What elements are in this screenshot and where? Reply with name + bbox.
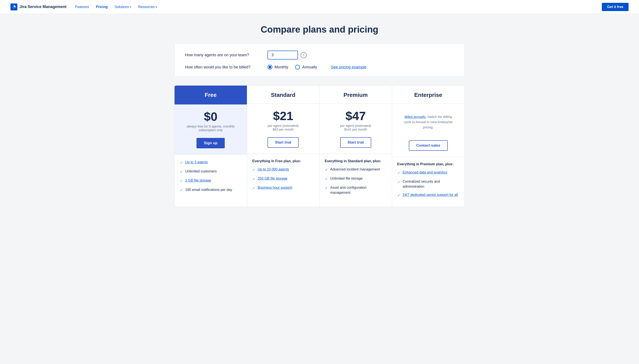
standard-feature-3: ✓ Business hour support [252, 185, 314, 191]
enterprise-note: Billed annually. Switch the Billing cycl… [397, 110, 459, 134]
billing-row: How often would you like to be billed? M… [185, 65, 454, 70]
check-icon: ✓ [180, 178, 183, 184]
premium-plan-trial-button[interactable]: Start trial [340, 137, 371, 148]
free-plan-price: $0 [180, 110, 242, 123]
free-feature-4-text: 100 email notifications per day [185, 188, 232, 192]
premium-plan-body: $47 per agent (estimated) $141 per month… [320, 104, 392, 154]
premium-plan-price: $47 [325, 110, 387, 122]
enterprise-feature-1-link[interactable]: Enhanced data and analytics [403, 170, 447, 175]
standard-plan-header: Standard [247, 86, 320, 104]
nav-links: Features Pricing Solutions ▾ Resources ▾ [75, 5, 602, 9]
get-it-free-button[interactable]: Get it free [602, 3, 628, 11]
check-icon: ✓ [180, 188, 183, 193]
nav-solutions[interactable]: Solutions ▾ [115, 5, 131, 9]
nav-pricing[interactable]: Pricing [96, 5, 108, 9]
check-icon: ✓ [397, 193, 401, 198]
page-content: Compare plans and pricing How many agent… [167, 14, 472, 218]
enterprise-contact-sales-button[interactable]: Contact sales [409, 140, 448, 151]
annually-radio-circle [295, 65, 300, 70]
annually-radio[interactable]: Annually [295, 65, 317, 70]
standard-feature-2-link[interactable]: 250 GB file storage [258, 176, 287, 181]
see-pricing-link[interactable]: See pricing example [331, 65, 367, 70]
free-plan-body: $0 always free for 3 agents, monthly sub… [175, 104, 247, 154]
standard-plan-name: Standard [252, 92, 314, 98]
check-icon: ✓ [325, 186, 328, 191]
billing-radio-group: Monthly Annually See pricing example [267, 65, 367, 70]
billed-annually-link[interactable]: Billed annually. [405, 115, 426, 118]
check-icon: ✓ [397, 170, 401, 176]
premium-plan-name: Premium [325, 92, 387, 98]
page-title: Compare plans and pricing [174, 24, 465, 35]
free-feature-1: ✓ Up to 3 agents [180, 160, 242, 166]
standard-feature-2: ✓ 250 GB file storage [252, 176, 314, 182]
free-plan-name: Free [180, 92, 242, 98]
free-feature-3-link[interactable]: 2 GB file storage [185, 178, 211, 183]
logo-text: Jira Service Management [20, 4, 67, 9]
pricing-table: Free $0 always free for 3 agents, monthl… [174, 85, 465, 207]
enterprise-features-title: Everything in Premium plan, plus: [397, 162, 459, 166]
enterprise-plan-body: Billed annually. Switch the Billing cycl… [392, 104, 465, 157]
premium-feature-3: ✓ Asset and configuration management [325, 185, 387, 195]
enterprise-feature-3-link[interactable]: 24/7 dedicated senior support for all [403, 192, 458, 197]
navbar: Jira Service Management Features Pricing… [0, 0, 639, 14]
check-icon: ✓ [325, 167, 328, 173]
free-plan-col: Free $0 always free for 3 agents, monthl… [175, 86, 247, 207]
free-feature-4: ✓ 100 email notifications per day [180, 188, 242, 193]
enterprise-feature-2-text: Centralized security and administration [403, 179, 459, 189]
free-plan-signup-button[interactable]: Sign up [196, 138, 225, 148]
enterprise-feature-2: ✓ Centralized security and administratio… [397, 179, 459, 189]
check-icon: ✓ [252, 167, 256, 173]
premium-plan-col: Premium $47 per agent (estimated) $141 p… [320, 86, 392, 207]
premium-plan-price-sub: per agent (estimated) $141 per month [325, 124, 387, 131]
billing-label: How often would you like to be billed? [185, 65, 267, 70]
standard-plan-trial-button[interactable]: Start trial [267, 137, 299, 148]
free-plan-price-sub: always free for 3 agents, monthly subscr… [180, 124, 242, 132]
check-icon: ✓ [180, 160, 183, 166]
jira-logo-icon [11, 4, 17, 10]
free-feature-3: ✓ 2 GB file storage [180, 178, 242, 184]
config-box: How many agents are on your team? ? How … [174, 44, 465, 77]
premium-features-title: Everything in Standard plan, plus: [325, 159, 387, 163]
monthly-radio[interactable]: Monthly [267, 65, 288, 70]
agents-row: How many agents are on your team? ? [185, 50, 454, 60]
resources-chevron-icon: ▾ [156, 6, 157, 8]
free-feature-1-link[interactable]: Up to 3 agents [185, 160, 208, 165]
premium-plan-features: Everything in Standard plan, plus: ✓ Adv… [320, 154, 392, 204]
agents-input[interactable] [267, 50, 298, 60]
standard-feature-1: ✓ Up to 10,000 agents [252, 167, 314, 173]
logo[interactable]: Jira Service Management [11, 4, 67, 10]
nav-features[interactable]: Features [75, 5, 89, 9]
enterprise-plan-name: Enterprise [397, 92, 459, 98]
premium-plan-header: Premium [320, 86, 392, 104]
standard-features-title: Everything in Free plan, plus: [252, 159, 314, 163]
standard-plan-price-sub: per agent (estimated) $63 per month [252, 124, 314, 131]
free-feature-2: ✓ Unlimited customers [180, 169, 242, 174]
premium-feature-2: ✓ Unlimited file storage [325, 176, 387, 182]
free-plan-header: Free [175, 86, 247, 104]
check-icon: ✓ [252, 186, 256, 191]
free-plan-features: ✓ Up to 3 agents ✓ Unlimited customers ✓… [175, 154, 247, 202]
enterprise-plan-col: Enterprise Billed annually. Switch the B… [392, 86, 465, 207]
solutions-chevron-icon: ▾ [130, 6, 131, 8]
enterprise-feature-1: ✓ Enhanced data and analytics [397, 170, 459, 176]
premium-feature-1-text: Advanced incident management [330, 167, 380, 172]
standard-feature-3-link[interactable]: Business hour support [258, 185, 292, 190]
premium-feature-1: ✓ Advanced incident management [325, 167, 387, 173]
enterprise-plan-header: Enterprise [392, 86, 465, 104]
standard-plan-body: $21 per agent (estimated) $63 per month … [247, 104, 320, 154]
premium-feature-3-text: Asset and configuration management [330, 185, 387, 195]
premium-feature-2-text: Unlimited file storage [330, 176, 363, 181]
check-icon: ✓ [252, 176, 256, 182]
agents-label: How many agents are on your team? [185, 53, 267, 57]
check-icon: ✓ [325, 176, 328, 182]
monthly-label: Monthly [274, 65, 288, 70]
standard-plan-col: Standard $21 per agent (estimated) $63 p… [247, 86, 320, 207]
check-icon: ✓ [180, 169, 183, 174]
monthly-radio-circle [267, 65, 272, 70]
agents-help-icon[interactable]: ? [300, 52, 307, 58]
standard-feature-1-link[interactable]: Up to 10,000 agents [258, 167, 289, 172]
standard-plan-features: Everything in Free plan, plus: ✓ Up to 1… [247, 154, 320, 200]
enterprise-feature-3: ✓ 24/7 dedicated senior support for all [397, 192, 459, 198]
nav-resources[interactable]: Resources ▾ [138, 5, 157, 9]
annually-label: Annually [302, 65, 317, 70]
